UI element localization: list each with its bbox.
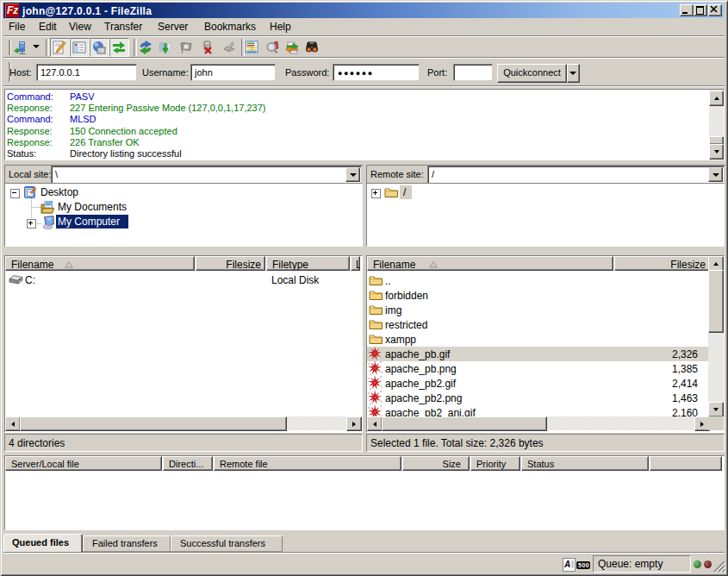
svg-text:Fz: Fz	[7, 4, 18, 16]
